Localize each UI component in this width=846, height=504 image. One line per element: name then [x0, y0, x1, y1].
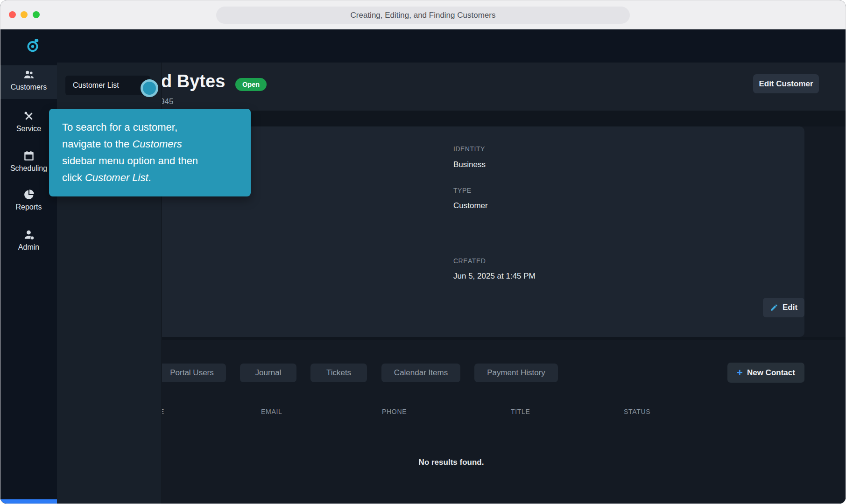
tutorial-cursor-indicator — [141, 79, 158, 97]
sidebar-item-reports[interactable]: Reports — [0, 185, 57, 221]
customer-details-card — [156, 126, 804, 337]
new-contact-label: New Contact — [747, 368, 795, 378]
tooltip-line-3: sidebar menu option and then — [62, 153, 238, 169]
sidebar-item-admin[interactable]: Admin — [0, 225, 57, 259]
column-header-title: TITLE — [511, 408, 530, 415]
sidebar-label-service: Service — [16, 125, 41, 133]
new-contact-button[interactable]: + New Contact — [727, 363, 804, 383]
tooltip-line-4: click Customer List. — [62, 169, 238, 186]
edit-details-label: Edit — [783, 303, 797, 312]
sidebar-label-customers: Customers — [11, 83, 47, 91]
identity-label: IDENTITY — [453, 145, 485, 153]
pencil-icon — [770, 303, 778, 312]
type-label: TYPE — [453, 187, 472, 194]
tooltip-line-1: To search for a customer, — [62, 119, 238, 136]
calendar-icon — [23, 150, 35, 162]
window-title: Creating, Editing, and Finding Customers — [216, 7, 630, 24]
status-badge: Open — [235, 78, 267, 91]
sidebar-item-customers[interactable]: Customers — [0, 65, 57, 99]
edit-customer-button[interactable]: Edit Customer — [753, 74, 819, 93]
tooltip-line-2: navigate to the Customers — [62, 136, 238, 153]
column-header-phone: PHONE — [382, 408, 407, 415]
tools-icon — [23, 110, 35, 122]
lower-section-divider — [57, 337, 846, 340]
sidebar-item-service[interactable]: Service — [0, 107, 57, 140]
tab-portal-users[interactable]: Portal Users — [158, 364, 226, 382]
pie-chart-icon — [23, 189, 35, 201]
maximize-window-button[interactable] — [33, 11, 40, 18]
tab-payment-history[interactable]: Payment History — [474, 364, 558, 382]
minimize-window-button[interactable] — [21, 11, 28, 18]
sidebar: Customers Service Scheduling Reports Adm… — [0, 29, 57, 504]
window-titlebar: Creating, Editing, and Finding Customers — [0, 0, 846, 29]
column-header-status: STATUS — [624, 408, 650, 415]
edit-details-button[interactable]: Edit — [763, 298, 804, 317]
tab-calendar-items[interactable]: Calendar Items — [381, 364, 460, 382]
customer-phone-fragment: 945 — [160, 97, 173, 106]
tutorial-progress-bar — [0, 499, 57, 504]
submenu-item-customer-list[interactable]: Customer List — [65, 76, 150, 95]
app-logo-icon[interactable] — [25, 38, 41, 54]
sidebar-label-admin: Admin — [18, 243, 39, 252]
tutorial-tooltip: To search for a customer, navigate to th… — [49, 109, 251, 196]
type-value: Customer — [453, 201, 488, 210]
empty-results-message: No results found. — [57, 458, 846, 467]
sidebar-label-reports: Reports — [15, 203, 42, 211]
app-window: d Bytes Open 945 Edit Customer IDENTITY … — [0, 0, 846, 504]
close-window-button[interactable] — [9, 11, 16, 18]
plus-icon: + — [737, 368, 743, 378]
identity-value: Business — [453, 160, 486, 169]
created-label: CREATED — [453, 257, 486, 265]
column-header-email: EMAIL — [261, 408, 282, 415]
tab-journal[interactable]: Journal — [240, 364, 296, 382]
admin-person-icon — [23, 229, 35, 241]
created-value: Jun 5, 2025 at 1:45 PM — [453, 272, 536, 281]
tab-tickets[interactable]: Tickets — [310, 364, 367, 382]
sidebar-label-scheduling: Scheduling — [10, 164, 47, 173]
customer-name: d Bytes — [161, 71, 225, 91]
sidebar-item-scheduling[interactable]: Scheduling — [0, 147, 57, 180]
people-icon — [23, 69, 35, 81]
